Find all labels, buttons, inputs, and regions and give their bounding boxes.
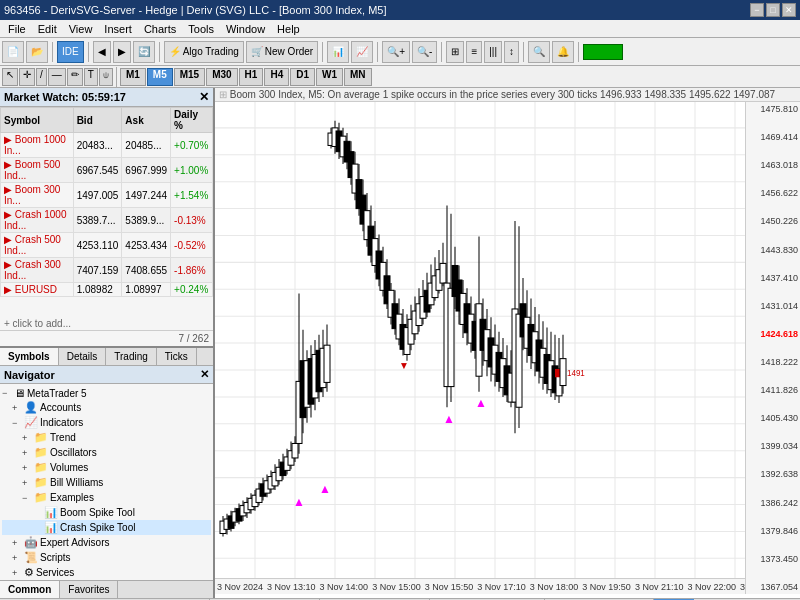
- zoom-out-button[interactable]: 🔍-: [412, 41, 437, 63]
- market-watch-row[interactable]: ▶ Boom 300 In... 1497.005 1497.244 +1.54…: [1, 183, 213, 208]
- tree-volumes[interactable]: + 📁 Volumes: [2, 460, 211, 475]
- time-2: 3 Nov 13:10: [265, 582, 318, 592]
- close-button[interactable]: ✕: [782, 3, 796, 17]
- fib-tool[interactable]: ⍦: [99, 68, 113, 86]
- tree-boom-spike-tool[interactable]: 📊 Boom Spike Tool: [2, 505, 211, 520]
- market-watch-title: Market Watch: 05:59:17: [4, 91, 126, 103]
- tree-services[interactable]: + ⚙ Services: [2, 565, 211, 580]
- search-button[interactable]: 🔍: [528, 41, 550, 63]
- chart-canvas[interactable]: 1475.810 1469.414 1463.018 1456.622 1450…: [215, 102, 800, 594]
- menu-view[interactable]: View: [63, 22, 99, 36]
- market-watch-row[interactable]: ▶ Boom 500 Ind... 6967.545 6967.999 +1.0…: [1, 158, 213, 183]
- tf-h1[interactable]: H1: [239, 68, 264, 86]
- tf-h4[interactable]: H4: [264, 68, 289, 86]
- new-order-button[interactable]: 🛒 New Order: [246, 41, 318, 63]
- arrow-up-1: ▲: [293, 494, 305, 508]
- navigator-close[interactable]: ✕: [200, 368, 209, 381]
- add-symbol-row[interactable]: + click to add...: [0, 317, 213, 330]
- tree-label: Crash Spike Tool: [60, 522, 211, 533]
- tab-symbols[interactable]: Symbols: [0, 348, 59, 365]
- market-watch-row[interactable]: ▶ EURUSD 1.08982 1.08997 +0.24%: [1, 283, 213, 297]
- market-watch-row[interactable]: ▶ Crash 1000 Ind... 5389.7... 5389.9... …: [1, 208, 213, 233]
- col-daily: Daily %: [171, 108, 213, 133]
- menu-window[interactable]: Window: [220, 22, 271, 36]
- tree-examples[interactable]: − 📁 Examples: [2, 490, 211, 505]
- hline-tool[interactable]: —: [48, 68, 66, 86]
- menu-tools[interactable]: Tools: [182, 22, 220, 36]
- tf-m1[interactable]: M1: [120, 68, 146, 86]
- minimize-button[interactable]: −: [750, 3, 764, 17]
- arrow-up-2: ▲: [319, 482, 331, 496]
- tf-mn[interactable]: MN: [344, 68, 372, 86]
- tree-crash-spike-tool[interactable]: 📊 Crash Spike Tool: [2, 520, 211, 535]
- ask-cell: 20485...: [122, 133, 171, 158]
- back-button[interactable]: ◀: [93, 41, 111, 63]
- expand-icon: −: [12, 418, 22, 428]
- bid-cell: 1.08982: [73, 283, 122, 297]
- tf-d1[interactable]: D1: [290, 68, 315, 86]
- svg-rect-201: [560, 359, 566, 386]
- tree-indicators[interactable]: − 📈 Indicators: [2, 415, 211, 430]
- navigator-title: Navigator: [4, 369, 55, 381]
- chart-area: ⊞ Boom 300 Index, M5: On average 1 spike…: [215, 88, 800, 598]
- zoom-in-button[interactable]: 🔍+: [382, 41, 410, 63]
- tf-m30[interactable]: M30: [206, 68, 237, 86]
- grid-button[interactable]: ⊞: [446, 41, 464, 63]
- pencil-tool[interactable]: ✏: [67, 68, 83, 86]
- algo-icon: ⚡: [169, 46, 181, 57]
- tf-m5[interactable]: M5: [147, 68, 173, 86]
- time-11: 3 Nov 23:60: [738, 582, 745, 592]
- tab-favorites[interactable]: Favorites: [60, 581, 118, 598]
- menu-insert[interactable]: Insert: [98, 22, 138, 36]
- text-tool[interactable]: T: [84, 68, 98, 86]
- toolbar-separator-8: [578, 42, 579, 62]
- tab-details[interactable]: Details: [59, 348, 107, 365]
- tree-metatrader5[interactable]: − 🖥 MetaTrader 5: [2, 386, 211, 400]
- ide-button[interactable]: IDE: [57, 41, 84, 63]
- market-watch-close[interactable]: ✕: [199, 90, 209, 104]
- tree-expert-advisors[interactable]: + 🤖 Expert Advisors: [2, 535, 211, 550]
- tree-bill-williams[interactable]: + 📁 Bill Williams: [2, 475, 211, 490]
- arrow-button[interactable]: ↕: [504, 41, 519, 63]
- bid-cell: 20483...: [73, 133, 122, 158]
- market-watch-row[interactable]: ▶ Crash 300 Ind... 7407.159 7408.655 -1.…: [1, 258, 213, 283]
- menu-bar: File Edit View Insert Charts Tools Windo…: [0, 20, 800, 38]
- tree-accounts[interactable]: + 👤 Accounts: [2, 400, 211, 415]
- ask-cell: 4253.434: [122, 233, 171, 258]
- tree-trend[interactable]: + 📁 Trend: [2, 430, 211, 445]
- chart-type-button[interactable]: 📊: [327, 41, 349, 63]
- menu-file[interactable]: File: [2, 22, 32, 36]
- line-tool[interactable]: /: [36, 68, 47, 86]
- tree-scripts[interactable]: + 📜 Scripts: [2, 550, 211, 565]
- crosshair-tool[interactable]: ✛: [19, 68, 35, 86]
- market-watch-footer: 7 / 262: [0, 330, 213, 346]
- alert-button[interactable]: 🔔: [552, 41, 574, 63]
- restore-button[interactable]: □: [766, 3, 780, 17]
- cursor-tool[interactable]: ↖: [2, 68, 18, 86]
- algo-trading-button[interactable]: ⚡ Algo Trading: [164, 41, 244, 63]
- market-watch-row[interactable]: ▶ Crash 500 Ind... 4253.110 4253.434 -0.…: [1, 233, 213, 258]
- indicators-button[interactable]: ≡: [466, 41, 482, 63]
- market-watch-row[interactable]: ▶ Boom 1000 In... 20483... 20485... +0.7…: [1, 133, 213, 158]
- chart-line-button[interactable]: 📈: [351, 41, 373, 63]
- price-1373: 1373.450: [748, 554, 798, 564]
- tab-trading[interactable]: Trading: [106, 348, 157, 365]
- period-sep-button[interactable]: |||: [484, 41, 502, 63]
- forward-button[interactable]: ▶: [113, 41, 131, 63]
- tf-w1[interactable]: W1: [316, 68, 343, 86]
- menu-charts[interactable]: Charts: [138, 22, 182, 36]
- open-button[interactable]: 📂: [26, 41, 48, 63]
- toolbar-separator-7: [523, 42, 524, 62]
- tree-oscillators[interactable]: + 📁 Oscillators: [2, 445, 211, 460]
- menu-edit[interactable]: Edit: [32, 22, 63, 36]
- price-1411: 1411.826: [748, 385, 798, 395]
- price-1399: 1399.034: [748, 441, 798, 451]
- timeframe-bar: ↖ ✛ / — ✏ T ⍦ M1 M5 M15 M30 H1 H4 D1 W1 …: [0, 66, 800, 88]
- refresh-button[interactable]: 🔄: [133, 41, 155, 63]
- new-button[interactable]: 📄: [2, 41, 24, 63]
- toolbar-separator-2: [88, 42, 89, 62]
- tab-ticks[interactable]: Ticks: [157, 348, 197, 365]
- tab-common[interactable]: Common: [0, 581, 60, 598]
- tf-m15[interactable]: M15: [174, 68, 205, 86]
- menu-help[interactable]: Help: [271, 22, 306, 36]
